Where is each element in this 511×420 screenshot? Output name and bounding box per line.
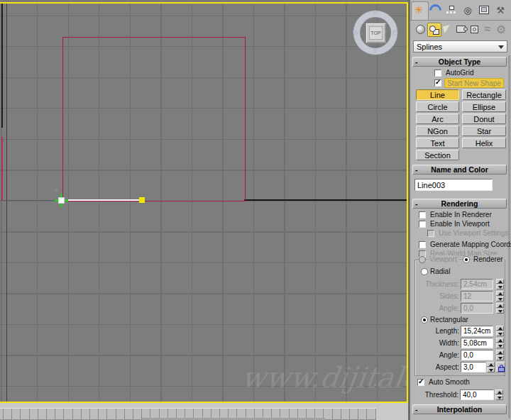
autogrid-checkbox[interactable]: [434, 70, 441, 77]
viewcube-top-face[interactable]: TOP: [366, 23, 386, 43]
collapse-icon[interactable]: -: [415, 405, 418, 414]
name-color-rollout-header[interactable]: - Name and Color: [412, 165, 507, 175]
thickness-spinner: [496, 279, 504, 289]
angle-radial-spinner: [496, 303, 504, 314]
object-type-rollout-header[interactable]: - Object Type: [412, 57, 507, 67]
axis-x-label: X: [55, 187, 58, 193]
threshold-label: Threshold:: [416, 391, 458, 399]
collapse-icon[interactable]: -: [415, 57, 418, 66]
donut-button[interactable]: Donut: [462, 114, 506, 124]
utilities-tab-icon[interactable]: ⚒: [494, 4, 507, 16]
viewcube-south-label[interactable]: S: [373, 48, 377, 55]
enable-in-renderer-checkbox[interactable]: [419, 211, 426, 219]
3ds-max-window: X N S W E TOP www.dijitalde ✳: [0, 0, 511, 420]
rectangle-shape: [62, 37, 246, 201]
angle-radial-label: Angle:: [417, 304, 459, 312]
radial-radio[interactable]: [421, 268, 428, 275]
systems-category-icon[interactable]: ⚙: [495, 23, 507, 35]
grid-x-axis-left: [0, 200, 61, 201]
length-input[interactable]: [461, 326, 493, 336]
thickness-label: Thickness:: [417, 280, 459, 288]
arc-button[interactable]: Arc: [416, 114, 459, 124]
tab-separator: [410, 20, 511, 21]
sides-input: [461, 291, 493, 302]
rectangular-label: Rectangular: [430, 316, 468, 324]
command-panel: ✳ ◎ ⚒ ≈ ⚙ Splines - Object Type AutoGrid…: [410, 0, 511, 420]
section-button[interactable]: Section: [416, 150, 459, 160]
sides-spinner: [496, 291, 504, 302]
display-tab-icon[interactable]: [478, 4, 490, 16]
viewport-radio: [419, 256, 426, 263]
circle-button[interactable]: Circle: [416, 101, 459, 112]
text-button[interactable]: Text: [416, 138, 459, 148]
renderer-radio[interactable]: [463, 256, 470, 263]
aspect-input[interactable]: [461, 362, 486, 372]
enable-in-viewport-checkbox[interactable]: [419, 221, 426, 228]
collapse-icon[interactable]: -: [415, 165, 418, 174]
angle-rect-input[interactable]: [461, 350, 493, 360]
top-viewport[interactable]: X N S W E TOP www.dijitalde: [0, 4, 407, 402]
viewcube[interactable]: N S W E TOP: [353, 11, 397, 55]
aspect-label: Aspect:: [417, 363, 459, 371]
create-tab-icon[interactable]: ✳: [412, 4, 425, 16]
sides-label: Sides:: [417, 292, 459, 300]
radial-label: Radial: [430, 267, 450, 275]
interpolation-rollout-header[interactable]: - Interpolation: [412, 404, 507, 414]
threshold-input[interactable]: [460, 389, 494, 400]
geometry-category-icon[interactable]: [414, 23, 427, 35]
collapse-icon[interactable]: -: [415, 199, 418, 208]
viewcube-east-label[interactable]: E: [392, 29, 397, 36]
spacewarps-category-icon[interactable]: ≈: [481, 23, 494, 35]
use-viewport-settings-checkbox: [427, 230, 434, 237]
helix-button[interactable]: Helix: [462, 138, 506, 148]
helpers-category-icon[interactable]: [468, 23, 480, 35]
length-label: Length:: [417, 327, 459, 335]
aspect-spinner[interactable]: [487, 362, 495, 372]
new-line-segment: [61, 199, 142, 201]
auto-smooth-checkbox[interactable]: [417, 379, 424, 386]
length-spinner[interactable]: [496, 326, 504, 336]
angle-radial-input: [461, 303, 493, 314]
edge-spline-segment-red: [1, 137, 3, 201]
panel-scrollbar[interactable]: [508, 55, 510, 419]
cameras-category-icon[interactable]: [454, 23, 467, 35]
viewport-border-top: [0, 2, 408, 4]
enable-in-renderer-label: Enable In Renderer: [430, 211, 492, 219]
lights-category-icon[interactable]: [441, 23, 454, 35]
watermark-text: www.dijitalde: [238, 361, 407, 401]
modify-tab-icon[interactable]: [429, 4, 441, 16]
viewcube-north-label[interactable]: N: [373, 9, 378, 16]
auto-smooth-label: Auto Smooth: [429, 378, 470, 386]
star-button[interactable]: Star: [462, 126, 506, 136]
ellipse-button[interactable]: Ellipse: [462, 101, 506, 112]
hierarchy-tab-icon[interactable]: [445, 4, 458, 16]
grid-x-axis-right: [244, 199, 407, 201]
start-new-shape-checkbox[interactable]: [434, 79, 441, 87]
motion-tab-icon[interactable]: ◎: [461, 4, 474, 16]
shape-type-dropdown-value: Splines: [417, 43, 442, 51]
rectangular-radio[interactable]: [421, 316, 428, 324]
start-new-shape-button[interactable]: Start New Shape: [444, 78, 504, 88]
width-spinner[interactable]: [496, 338, 504, 348]
width-input[interactable]: [461, 338, 493, 348]
viewcube-top-face-label[interactable]: TOP: [369, 26, 383, 40]
ngon-button[interactable]: NGon: [416, 126, 459, 136]
generate-mapping-checkbox[interactable]: [419, 241, 426, 248]
aspect-lock-button[interactable]: [496, 362, 505, 372]
threshold-spinner[interactable]: [495, 389, 503, 400]
angle-rect-spinner[interactable]: [496, 350, 504, 360]
shape-type-dropdown[interactable]: Splines: [413, 40, 507, 52]
edge-spline-segment-dark: [1, 4, 3, 128]
shapes-category-icon[interactable]: [427, 23, 441, 37]
width-label: Width:: [417, 339, 459, 347]
line-start-snap-marker: [55, 194, 68, 207]
rendering-rollout-header[interactable]: - Rendering: [412, 199, 507, 209]
rectangle-button[interactable]: Rectangle: [462, 89, 506, 100]
line-button[interactable]: Line: [416, 89, 459, 100]
generate-mapping-label: Generate Mapping Coords.: [430, 241, 511, 248]
object-name-input[interactable]: [414, 179, 493, 191]
viewport-radio-label: Viewport: [428, 255, 458, 263]
thickness-input: [461, 279, 493, 289]
grid-y-axis-line: [6, 4, 7, 402]
viewcube-west-label[interactable]: W: [353, 29, 359, 36]
